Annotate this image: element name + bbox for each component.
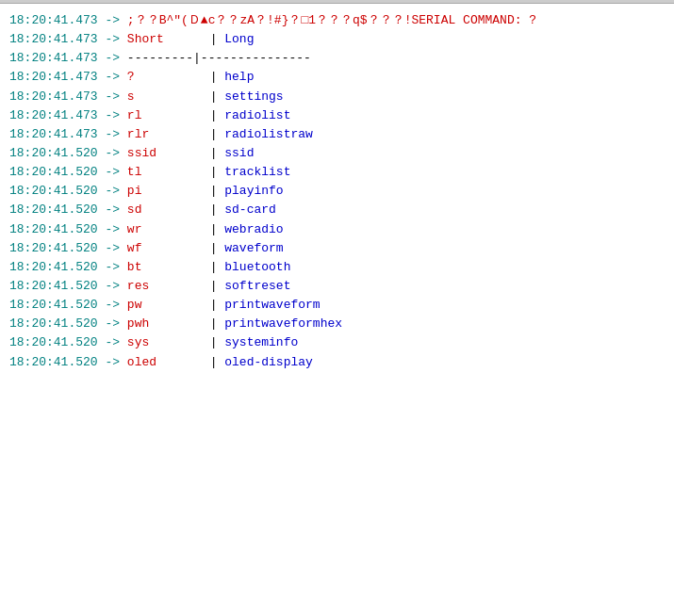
separator: | (203, 106, 224, 125)
long-cmd: printwaveformhex (224, 315, 342, 333)
separator: | (203, 296, 224, 315)
timestamp: 18:20:41.520 (9, 333, 98, 352)
short-cmd: pwh (127, 315, 203, 333)
timestamp: 18:20:41.520 (9, 182, 98, 201)
long-cmd: webradio (224, 220, 283, 239)
arrow: -> (98, 68, 127, 87)
long-cmd: radiolist (224, 106, 290, 125)
arrow: -> (98, 353, 127, 372)
log-line: 18:20:41.520 -> wf | waveform (9, 239, 665, 258)
log-line: 18:20:41.520 -> sd | sd-card (9, 201, 665, 219)
timestamp: 18:20:41.520 (9, 353, 98, 372)
arrow: -> (98, 88, 127, 106)
log-line: 18:20:41.473 -> rl | radiolist (9, 106, 665, 125)
separator: | (203, 30, 224, 49)
arrow: -> (98, 315, 127, 333)
log-line: 18:20:41.473 -> s | settings (9, 88, 665, 106)
timestamp: 18:20:41.520 (9, 163, 98, 182)
timestamp: 18:20:41.520 (9, 296, 98, 315)
timestamp: 18:20:41.520 (9, 258, 98, 277)
arrow: -> (98, 49, 127, 68)
short-label: Short (127, 30, 203, 49)
separator: | (203, 201, 224, 219)
long-cmd: playinfo (224, 182, 283, 201)
log-line: 18:20:41.520 -> res | softreset (9, 277, 665, 296)
long-cmd: printwaveform (224, 296, 320, 315)
separator: | (203, 315, 224, 333)
log-line: 18:20:41.520 -> pi | playinfo (9, 182, 665, 201)
terminal-area: 18:20:41.473 -> ;？？B^"(Ｄ▲c？？zA？!#}？□1？？？… (0, 4, 674, 380)
long-cmd: sd-card (224, 201, 276, 219)
log-line: 18:20:41.520 -> tl | tracklist (9, 163, 665, 182)
log-line: 18:20:41.520 -> pw | printwaveform (9, 296, 665, 315)
timestamp: 18:20:41.473 (9, 30, 98, 49)
separator: | (203, 68, 224, 87)
timestamp: 18:20:41.520 (9, 315, 98, 333)
arrow: -> (98, 163, 127, 182)
log-line: 18:20:41.473 -> ---------|--------------… (9, 49, 665, 68)
long-cmd: settings (224, 88, 283, 106)
short-cmd: wf (127, 239, 203, 258)
timestamp: 18:20:41.473 (9, 106, 98, 125)
log-line: 18:20:41.520 -> wr | webradio (9, 220, 665, 239)
long-cmd: tracklist (224, 163, 290, 182)
arrow: -> (98, 201, 127, 219)
short-cmd: bt (127, 258, 203, 277)
arrow: -> (98, 277, 127, 296)
arrow: -> (98, 144, 127, 163)
separator: | (203, 239, 224, 258)
separator: | (203, 88, 224, 106)
log-line: 18:20:41.520 -> pwh | printwaveformhex (9, 315, 665, 333)
short-cmd: ? (127, 68, 203, 87)
short-cmd: tl (127, 163, 203, 182)
separator: | (203, 353, 224, 372)
divider: ---------|--------------- (127, 49, 311, 68)
timestamp: 18:20:41.473 (9, 68, 98, 87)
arrow: -> (98, 333, 127, 352)
long-cmd: help (224, 68, 254, 87)
timestamp: 18:20:41.473 (9, 125, 98, 144)
long-cmd: systeminfo (224, 333, 298, 352)
short-cmd: pi (127, 182, 203, 201)
log-line: 18:20:41.520 -> sys | systeminfo (9, 333, 665, 352)
short-cmd: ssid (127, 144, 203, 163)
arrow: -> (98, 296, 127, 315)
short-cmd: rl (127, 106, 203, 125)
timestamp: 18:20:41.520 (9, 201, 98, 219)
long-cmd: softreset (224, 277, 290, 296)
separator: | (203, 182, 224, 201)
separator: | (203, 144, 224, 163)
long-cmd: ssid (224, 144, 254, 163)
timestamp: 18:20:41.520 (9, 144, 98, 163)
line-content: ;？？B^"(Ｄ▲c？？zA？!#}？□1？？？q$？？？!SERIAL COM… (127, 11, 536, 30)
timestamp: 18:20:41.473 (9, 49, 98, 68)
arrow: -> (98, 106, 127, 125)
log-line: 18:20:41.520 -> oled | oled-display (9, 353, 665, 372)
separator: | (203, 333, 224, 352)
long-cmd: waveform (224, 239, 283, 258)
timestamp: 18:20:41.520 (9, 239, 98, 258)
arrow: -> (98, 125, 127, 144)
arrow: -> (98, 258, 127, 277)
log-line: 18:20:41.473 -> rlr | radiolistraw (9, 125, 665, 144)
separator: | (203, 277, 224, 296)
short-cmd: rlr (127, 125, 203, 144)
log-line: 18:20:41.473 -> ;？？B^"(Ｄ▲c？？zA？!#}？□1？？？… (9, 11, 665, 30)
short-cmd: pw (127, 296, 203, 315)
arrow: -> (98, 239, 127, 258)
arrow: -> (98, 220, 127, 239)
log-line: 18:20:41.520 -> bt | bluetooth (9, 258, 665, 277)
short-cmd: s (127, 88, 203, 106)
arrow: -> (98, 11, 127, 30)
log-line: 18:20:41.473 -> ? | help (9, 68, 665, 87)
timestamp: 18:20:41.473 (9, 11, 98, 30)
separator: | (203, 125, 224, 144)
log-line: 18:20:41.520 -> ssid | ssid (9, 144, 665, 163)
short-cmd: sd (127, 201, 203, 219)
separator: | (203, 258, 224, 277)
arrow: -> (98, 182, 127, 201)
log-line: 18:20:41.473 -> Short | Long (9, 30, 665, 49)
arrow: -> (98, 30, 127, 49)
long-cmd: oled-display (224, 353, 313, 372)
long-label: Long (224, 30, 254, 49)
